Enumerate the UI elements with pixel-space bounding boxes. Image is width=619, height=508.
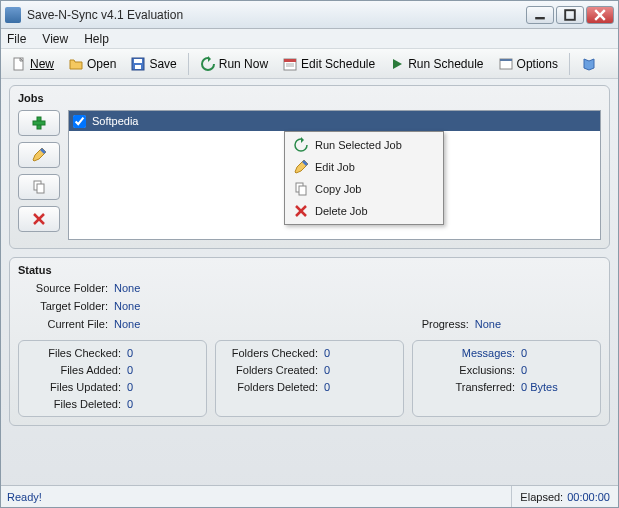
run-now-icon [200,56,216,72]
progress-value: None [475,318,501,330]
save-button[interactable]: Save [124,53,182,75]
minimize-icon [532,7,548,23]
exclusions-label: Exclusions: [421,364,521,376]
folders-stats-box: Folders Checked:0 Folders Created:0 Fold… [215,340,404,417]
ctx-run-label: Run Selected Job [315,139,402,151]
edit-job-button[interactable] [18,142,60,168]
help-button[interactable] [575,53,603,75]
run-schedule-icon [389,56,405,72]
menu-file[interactable]: File [7,32,26,46]
files-updated-label: Files Updated: [27,381,127,393]
copy-icon [293,181,309,197]
current-file-row: Current File: None Progress: None [18,318,601,330]
svg-marker-19 [33,148,46,161]
svg-rect-18 [33,121,45,125]
run-now-button[interactable]: Run Now [194,53,274,75]
options-button[interactable]: Options [492,53,564,75]
close-button[interactable] [586,6,614,24]
toolbar: New Open Save Run Now Edit Schedule Run … [1,49,618,79]
folders-checked-label: Folders Checked: [224,347,324,359]
files-deleted-value: 0 [127,398,133,410]
ctx-delete-label: Delete Job [315,205,368,217]
delete-job-button[interactable] [18,206,60,232]
add-job-button[interactable] [18,110,60,136]
transferred-label: Transferred: [421,381,521,393]
open-button[interactable]: Open [62,53,122,75]
files-added-value: 0 [127,364,133,376]
job-name: Softpedia [92,115,138,127]
save-disk-icon [130,56,146,72]
svg-marker-14 [393,59,402,69]
app-icon [5,7,21,23]
ctx-edit-job[interactable]: Edit Job [287,156,441,178]
current-file-value: None [114,318,140,330]
transferred-value: 0 Bytes [521,381,558,393]
source-folder-row: Source Folder: None [18,282,601,294]
menu-view[interactable]: View [42,32,68,46]
toolbar-separator [188,53,189,75]
svg-rect-29 [299,186,306,195]
new-button[interactable]: New [5,53,60,75]
status-columns: Files Checked:0 Files Added:0 Files Upda… [18,340,601,417]
transfer-stats-box: Messages:0 Exclusions:0 Transferred:0 By… [412,340,601,417]
close-icon [592,7,608,23]
ctx-copy-job[interactable]: Copy Job [287,178,441,200]
edit-schedule-label: Edit Schedule [301,57,375,71]
svg-rect-8 [135,65,141,69]
new-file-icon [11,56,27,72]
files-added-label: Files Added: [27,364,127,376]
app-window: Save-N-Sync v4.1 Evaluation File View He… [0,0,619,508]
source-folder-value: None [114,282,140,294]
files-updated-value: 0 [127,381,133,393]
folders-deleted-value: 0 [324,381,330,393]
open-label: Open [87,57,116,71]
plus-icon [31,115,47,131]
job-list[interactable]: Softpedia Run Selected Job Edit Job [68,110,601,240]
jobs-title: Jobs [18,92,601,104]
new-label: New [30,57,54,71]
target-folder-label: Target Folder: [22,300,114,312]
options-label: Options [517,57,558,71]
statusbar: Ready! Elapsed: 00:00:00 [1,485,618,507]
messages-link[interactable]: Messages: [421,347,521,359]
delete-x-icon [293,203,309,219]
ctx-delete-job[interactable]: Delete Job [287,200,441,222]
source-folder-label: Source Folder: [22,282,114,294]
folders-checked-value: 0 [324,347,330,359]
files-checked-value: 0 [127,347,133,359]
target-folder-value: None [114,300,140,312]
copy-job-button[interactable] [18,174,60,200]
job-row[interactable]: Softpedia [69,111,600,131]
svg-marker-9 [208,56,211,62]
run-icon [293,137,309,153]
help-book-icon [581,56,597,72]
folders-created-value: 0 [324,364,330,376]
pencil-icon [293,159,309,175]
run-schedule-button[interactable]: Run Schedule [383,53,489,75]
menubar: File View Help [1,29,618,49]
edit-schedule-button[interactable]: Edit Schedule [276,53,381,75]
save-label: Save [149,57,176,71]
files-stats-box: Files Checked:0 Files Added:0 Files Upda… [18,340,207,417]
jobs-group: Jobs [9,85,610,249]
ctx-copy-label: Copy Job [315,183,361,195]
status-elapsed: Elapsed: 00:00:00 [512,491,618,503]
toolbar-separator [569,53,570,75]
svg-marker-26 [295,160,308,173]
menu-help[interactable]: Help [84,32,109,46]
job-checkbox[interactable] [73,115,86,128]
svg-rect-1 [565,10,575,20]
window-buttons [526,6,614,24]
svg-marker-25 [301,137,304,143]
ctx-run-selected[interactable]: Run Selected Job [287,134,441,156]
messages-value: 0 [521,347,527,359]
maximize-button[interactable] [556,6,584,24]
content-area: Jobs [1,79,618,485]
status-group: Status Source Folder: None Target Folder… [9,257,610,426]
folders-deleted-label: Folders Deleted: [224,381,324,393]
copy-icon [31,179,47,195]
ctx-edit-label: Edit Job [315,161,355,173]
minimize-button[interactable] [526,6,554,24]
open-folder-icon [68,56,84,72]
files-checked-label: Files Checked: [27,347,127,359]
